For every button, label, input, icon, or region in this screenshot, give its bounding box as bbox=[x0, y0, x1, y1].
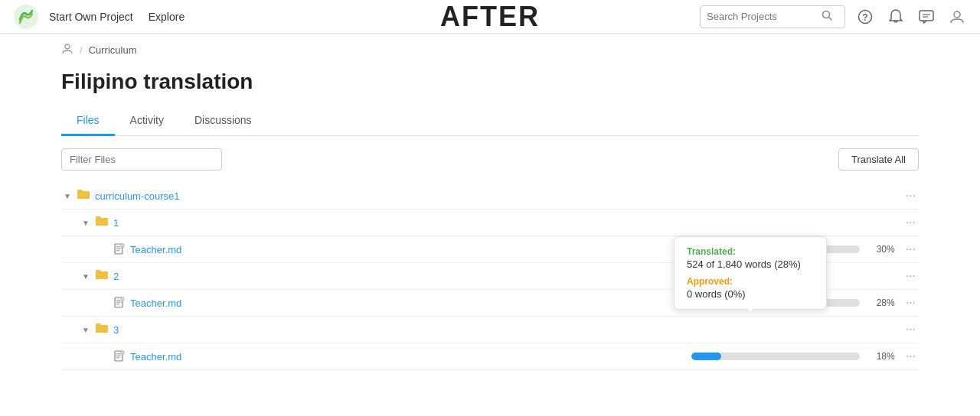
breadcrumb: / Curriculum bbox=[0, 34, 980, 67]
svg-rect-14 bbox=[121, 244, 124, 247]
svg-text:?: ? bbox=[862, 12, 867, 23]
content: Translate All ▼ curriculum-course1 ··· ▼… bbox=[0, 136, 980, 382]
tree-row: ▼ curriculum-course1 ··· bbox=[61, 183, 919, 210]
tree-toggle-3[interactable]: ▼ bbox=[80, 323, 92, 336]
user-icon[interactable] bbox=[946, 6, 968, 28]
svg-rect-11 bbox=[116, 246, 120, 247]
header-nav: Start Own Project Explore bbox=[49, 11, 185, 23]
breadcrumb-separator: / bbox=[80, 44, 83, 56]
header-center-title: AFTER bbox=[440, 1, 540, 33]
svg-rect-19 bbox=[121, 297, 124, 301]
svg-rect-23 bbox=[116, 357, 119, 358]
folder-icon bbox=[77, 188, 90, 203]
tree-toggle-curriculum[interactable]: ▼ bbox=[61, 190, 74, 202]
folder-icon bbox=[95, 215, 109, 230]
more-button[interactable]: ··· bbox=[903, 241, 919, 258]
file-tree: ▼ curriculum-course1 ··· ▼ 1 ··· ▶ bbox=[61, 183, 919, 370]
progress-pct: 30% bbox=[867, 244, 895, 255]
more-button[interactable]: ··· bbox=[903, 187, 919, 204]
notifications-icon[interactable] bbox=[885, 6, 906, 28]
progress-pct: 28% bbox=[867, 297, 895, 308]
tooltip-approved-value: 0 words (0%) bbox=[687, 288, 814, 300]
svg-rect-22 bbox=[116, 356, 121, 356]
more-button[interactable]: ··· bbox=[903, 214, 919, 231]
filter-files-input[interactable] bbox=[61, 148, 222, 171]
svg-rect-24 bbox=[121, 351, 124, 354]
progress-bar bbox=[691, 353, 860, 360]
tree-row: ▶ Teacher.md 18% ··· bbox=[61, 343, 919, 370]
file-icon bbox=[113, 243, 126, 255]
header: Start Own Project Explore AFTER ? bbox=[0, 0, 980, 34]
tooltip-translated-value: 524 of 1,840 words (28%) bbox=[687, 258, 814, 270]
tree-right: ··· bbox=[903, 214, 919, 231]
tree-row: ▼ 1 ··· bbox=[61, 210, 919, 236]
translate-all-button[interactable]: Translate All bbox=[838, 148, 919, 171]
tree-right: ··· bbox=[903, 187, 919, 204]
tree-right: ··· bbox=[903, 268, 919, 284]
svg-rect-18 bbox=[116, 304, 119, 304]
progress-pct: 18% bbox=[867, 351, 895, 362]
tabs: Files Activity Discussions bbox=[61, 106, 919, 136]
help-icon[interactable]: ? bbox=[854, 6, 876, 28]
page-title: Filipino translation bbox=[0, 67, 980, 106]
file-label-teacher-2[interactable]: Teacher.md bbox=[130, 297, 691, 309]
svg-rect-13 bbox=[116, 250, 119, 251]
folder-icon bbox=[95, 268, 109, 284]
breadcrumb-home-icon[interactable] bbox=[61, 43, 74, 57]
search-icon bbox=[822, 10, 832, 23]
tab-discussions[interactable]: Discussions bbox=[179, 106, 267, 136]
tree-row: ▶ Teacher.md 30% ··· Tran bbox=[61, 236, 919, 263]
file-icon bbox=[113, 350, 126, 362]
svg-rect-17 bbox=[116, 302, 121, 303]
progress-bar-fill bbox=[691, 353, 722, 360]
file-icon bbox=[113, 297, 126, 309]
svg-rect-5 bbox=[920, 11, 933, 21]
nav-explore[interactable]: Explore bbox=[149, 11, 185, 23]
folder-label-curriculum[interactable]: curriculum-course1 bbox=[95, 190, 903, 202]
file-label-teacher-3[interactable]: Teacher.md bbox=[130, 351, 691, 362]
tree-toggle-2[interactable]: ▼ bbox=[80, 270, 92, 282]
tree-row: ▼ 3 ··· bbox=[61, 317, 919, 343]
svg-rect-21 bbox=[116, 353, 120, 354]
tooltip: Translated: 524 of 1,840 words (28%) App… bbox=[674, 236, 827, 310]
tab-activity[interactable]: Activity bbox=[115, 106, 179, 136]
tooltip-approved-label: Approved: bbox=[687, 276, 814, 287]
folder-label-1[interactable]: 1 bbox=[113, 217, 903, 229]
svg-point-8 bbox=[954, 11, 960, 18]
search-input[interactable] bbox=[707, 11, 822, 22]
svg-rect-12 bbox=[116, 249, 121, 249]
tooltip-translated-label: Translated: bbox=[687, 246, 814, 257]
folder-label-3[interactable]: 3 bbox=[113, 324, 903, 336]
nav-start-own-project[interactable]: Start Own Project bbox=[49, 11, 133, 23]
logo[interactable] bbox=[12, 3, 40, 31]
svg-line-2 bbox=[829, 18, 832, 21]
tree-right: ··· bbox=[903, 321, 919, 338]
more-button[interactable]: ··· bbox=[903, 268, 919, 284]
file-label-teacher-1[interactable]: Teacher.md bbox=[130, 244, 691, 255]
more-button[interactable]: ··· bbox=[903, 294, 919, 311]
tree-right: 18% ··· bbox=[691, 348, 919, 365]
header-right: ? bbox=[700, 5, 968, 28]
search-box bbox=[700, 5, 845, 28]
svg-rect-16 bbox=[116, 300, 120, 301]
messages-icon[interactable] bbox=[916, 6, 937, 28]
more-button[interactable]: ··· bbox=[903, 321, 919, 338]
tree-toggle-1[interactable]: ▼ bbox=[80, 216, 92, 229]
folder-icon bbox=[95, 322, 109, 337]
more-button[interactable]: ··· bbox=[903, 348, 919, 365]
breadcrumb-current[interactable]: Curriculum bbox=[89, 44, 137, 56]
filter-row: Translate All bbox=[61, 148, 919, 171]
svg-point-9 bbox=[65, 44, 70, 49]
tab-files[interactable]: Files bbox=[61, 106, 115, 136]
